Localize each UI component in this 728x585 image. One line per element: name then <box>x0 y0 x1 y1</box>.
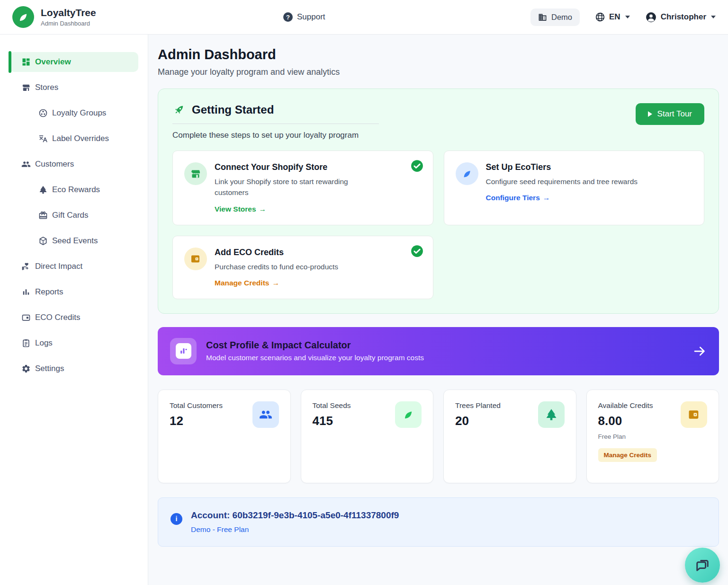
check-circle-icon <box>411 245 423 257</box>
stat-value: 415 <box>313 414 351 428</box>
logo <box>12 6 34 28</box>
link-label: Configure Tiers <box>486 194 540 202</box>
user-menu[interactable]: Christopher <box>645 11 716 23</box>
translate-icon <box>38 134 48 143</box>
chat-fab-button[interactable] <box>685 548 720 583</box>
sidebar-item-logs[interactable]: Logs <box>9 333 138 353</box>
leaf-icon <box>17 11 29 23</box>
start-tour-label: Start Tour <box>657 109 692 119</box>
chevron-down-icon <box>625 16 630 18</box>
bar-chart-icon <box>176 343 191 359</box>
building-icon <box>538 13 547 22</box>
language-label: EN <box>609 12 620 22</box>
calculator-icon-tile <box>170 338 197 364</box>
link-label: View Stores <box>215 205 256 213</box>
plan-label: Free Plan <box>598 433 657 440</box>
sidebar-item-label: Settings <box>35 364 64 373</box>
sidebar-item-gift-cards[interactable]: Gift Cards <box>9 205 138 225</box>
stat-value: 8.00 <box>598 414 657 428</box>
account-info-panel: i Account: 60b3219f-9e3b-4105-a5e0-4f113… <box>158 497 719 547</box>
stat-value: 20 <box>455 414 501 428</box>
banner-title: Cost Profile & Impact Calculator <box>206 340 424 351</box>
brand-name: LoyaltyTree <box>41 7 96 18</box>
sidebar-item-overview[interactable]: Overview <box>9 52 138 72</box>
hand-heart-icon <box>21 262 31 271</box>
stat-label: Total Seeds <box>313 401 351 410</box>
banner-subtitle: Model customer scenarios and visualize y… <box>206 354 424 362</box>
sidebar-item-eco-credits[interactable]: ECO Credits <box>9 308 138 328</box>
page-title: Admin Dashboard <box>158 47 719 62</box>
leaf-icon <box>395 401 422 428</box>
main-content: Admin Dashboard Manage your loyalty prog… <box>148 35 728 585</box>
sidebar-item-label: Seed Events <box>52 236 98 246</box>
sidebar-item-reports[interactable]: Reports <box>9 282 138 302</box>
step-card-eco-credits: Add ECO Credits Purchase credits to fund… <box>172 236 433 299</box>
sidebar-item-label: Customers <box>35 160 74 169</box>
person-circle-icon <box>645 11 657 23</box>
chevron-down-icon <box>711 16 716 18</box>
start-tour-button[interactable]: Start Tour <box>636 103 704 125</box>
getting-started-subtitle: Complete these steps to set up your loya… <box>172 131 636 140</box>
gift-icon <box>38 211 48 220</box>
sidebar-item-stores[interactable]: Stores <box>9 78 138 98</box>
sidebar-item-label: Loyalty Groups <box>52 108 106 118</box>
people-icon <box>252 401 279 428</box>
view-stores-link[interactable]: View Stores <box>215 205 371 213</box>
demo-label: Demo <box>551 13 572 22</box>
credit-card-icon <box>21 313 31 322</box>
sidebar-item-eco-rewards[interactable]: Eco Rewards <box>9 180 138 200</box>
getting-started-title: Getting Started <box>192 103 274 116</box>
sidebar-item-loyalty-groups[interactable]: Loyalty Groups <box>9 103 138 123</box>
header-right: Demo EN Christopher <box>530 9 716 26</box>
people-icon <box>21 160 31 169</box>
sidebar-item-customers[interactable]: Customers <box>9 154 138 174</box>
manage-credits-link[interactable]: Manage Credits <box>215 279 338 287</box>
sidebar-item-label: Stores <box>35 83 58 92</box>
step-card-ecotiers: Set Up EcoTiers Configure seed requireme… <box>444 151 705 225</box>
sidebar-item-direct-impact[interactable]: Direct Impact <box>9 257 138 276</box>
sidebar: Overview Stores Loyalty Groups Label Ove… <box>0 35 148 585</box>
stat-value: 12 <box>170 414 223 428</box>
check-circle-icon <box>411 160 423 172</box>
support-link[interactable]: ? Support <box>283 12 325 22</box>
rocket-icon <box>172 103 186 116</box>
play-icon <box>648 111 652 117</box>
group-work-icon <box>38 108 48 118</box>
step-title: Add ECO Credits <box>215 248 338 257</box>
sidebar-item-label: Logs <box>35 338 53 348</box>
link-label: Manage Credits <box>215 279 269 287</box>
sidebar-item-label-overrides[interactable]: Label Overrides <box>9 129 138 149</box>
leaf-icon <box>456 162 478 185</box>
arrow-right-icon <box>692 344 707 358</box>
step-title: Set Up EcoTiers <box>486 162 638 172</box>
brand-text: LoyaltyTree Admin Dashboard <box>41 7 96 27</box>
pine-tree-icon <box>38 185 48 195</box>
top-header: LoyaltyTree Admin Dashboard ? Support De… <box>0 0 728 35</box>
chat-bubbles-icon <box>694 557 711 574</box>
language-dropdown[interactable]: EN <box>595 12 630 22</box>
manage-credits-button[interactable]: Manage Credits <box>598 448 657 462</box>
sidebar-item-label: Label Overrides <box>52 134 109 143</box>
step-description: Purchase credits to fund eco-products <box>215 261 338 272</box>
stat-card-total-customers: Total Customers 12 <box>158 390 291 483</box>
stat-card-trees-planted: Trees Planted 20 <box>443 390 576 483</box>
account-plan: Demo - Free Plan <box>191 525 399 534</box>
step-description: Configure seed requirements and tree rew… <box>486 176 638 187</box>
configure-tiers-link[interactable]: Configure Tiers <box>486 194 638 202</box>
step-card-connect-store: Connect Your Shopify Store Link your Sho… <box>172 151 433 225</box>
storefront-icon <box>21 83 31 92</box>
sidebar-item-label: Overview <box>35 57 71 67</box>
step-description: Link your Shopify store to start rewardi… <box>215 176 371 198</box>
cube-icon <box>38 236 48 246</box>
sidebar-item-settings[interactable]: Settings <box>9 359 138 379</box>
cost-calculator-banner[interactable]: Cost Profile & Impact Calculator Model c… <box>158 327 719 375</box>
stat-card-total-seeds: Total Seeds 415 <box>301 390 434 483</box>
demo-button[interactable]: Demo <box>530 9 580 26</box>
account-id: Account: 60b3219f-9e3b-4105-a5e0-4f11337… <box>191 510 399 521</box>
sidebar-item-label: Reports <box>35 287 63 297</box>
arrow-right-icon <box>272 279 279 287</box>
sidebar-item-seed-events[interactable]: Seed Events <box>9 231 138 251</box>
stat-label: Trees Planted <box>455 401 501 410</box>
stat-label: Available Credits <box>598 401 657 410</box>
question-circle-icon: ? <box>283 12 293 22</box>
